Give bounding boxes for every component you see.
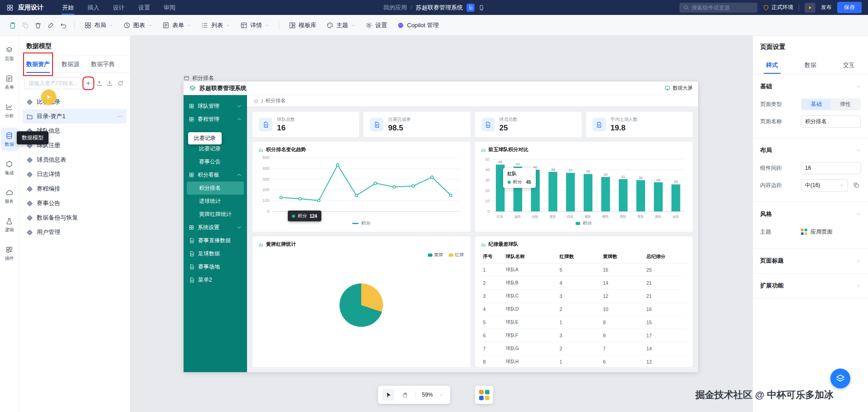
topbar-menu-item[interactable]: 设置	[131, 0, 157, 15]
section-page-title-header[interactable]: 页面标题	[760, 254, 861, 268]
asset-tree-item[interactable]: 赛程编排	[23, 182, 126, 196]
preview-menu-item[interactable]: 进球统计	[184, 195, 247, 208]
table-card[interactable]: 纪律最差球队 序号球队名称红牌数黄牌数总纪律分 1球队A515252球队B414…	[475, 236, 693, 367]
section-style-header[interactable]: 风格	[760, 207, 861, 221]
asset-tree-item[interactable]: 数据备份与恢复	[23, 211, 126, 225]
stat-card[interactable]: 注册完成率98.5	[364, 112, 470, 137]
pie-chart-card[interactable]: 黄牌红牌统计 黄牌红牌	[252, 236, 470, 367]
theme-select[interactable]: 应用页面	[801, 228, 861, 236]
preview-menu-item[interactable]: 赛事公告	[184, 155, 247, 168]
bar-chart-legend[interactable]: 积分	[480, 220, 688, 227]
import-asset-icon[interactable]	[106, 78, 114, 88]
preview-menu-item[interactable]: 赛事直播数据	[184, 234, 247, 247]
asset-tree-item[interactable]: 比赛记录	[23, 95, 126, 109]
publish-button[interactable]: 发布	[821, 4, 832, 11]
apps-menu-icon[interactable]	[6, 4, 14, 11]
toolbar-theme-button[interactable]: 主题	[321, 19, 360, 32]
undo-button[interactable]	[57, 19, 70, 32]
stat-card[interactable]: 球员总数25	[475, 112, 582, 137]
zoom-level-select[interactable]: 59%	[420, 392, 446, 398]
rail-item-data[interactable]: 数据	[1, 128, 18, 151]
preview-menu-group[interactable]: 系统设置	[184, 221, 247, 234]
padding-advanced-icon[interactable]	[852, 181, 861, 190]
preview-menu-group[interactable]: 球队管理	[184, 100, 247, 113]
asset-tree-item[interactable]: 球员信息表	[23, 153, 126, 167]
widget-grid-button[interactable]	[475, 386, 493, 404]
topbar-menu-item[interactable]: 审阅	[157, 0, 182, 15]
design-canvas[interactable]: 积分排名 苏超联赛管理系统 数据大屏 比赛记录 球队管理赛程管理比赛记录赛事公告…	[131, 36, 752, 412]
rail-item-plugin[interactable]: 插件	[1, 242, 18, 265]
toolbar-copilot-button[interactable]: Copilot 管理	[392, 19, 444, 32]
settings-tab[interactable]: 数据	[791, 57, 830, 74]
preview-menu-item[interactable]: 足球数据	[184, 247, 247, 260]
rail-item-logic[interactable]: 逻辑	[1, 213, 18, 237]
select-tool-button[interactable]	[383, 389, 394, 401]
rail-item-service[interactable]: 服务	[1, 185, 18, 208]
environment-switch[interactable]: 正式环境	[763, 4, 793, 11]
rail-item-pages[interactable]: 页面	[1, 42, 18, 66]
add-asset-button[interactable]	[84, 78, 92, 88]
page-name-input[interactable]	[801, 115, 861, 128]
component-search-input[interactable]	[692, 5, 754, 11]
toolbar-detail-button[interactable]: 详情	[235, 19, 274, 32]
pie-chart-legend[interactable]: 黄牌红牌	[428, 252, 464, 258]
workspace-link[interactable]: 我的应用	[383, 4, 407, 12]
export-asset-icon[interactable]	[95, 78, 103, 88]
settings-tab[interactable]: 交互	[829, 57, 868, 74]
topbar-menu-item[interactable]: 开始	[55, 0, 81, 15]
asset-tree-item[interactable]: 日志详情	[23, 167, 126, 182]
line-chart-card[interactable]: 积分排名变化趋势 0100200300400500 积分 积分 124	[252, 142, 470, 232]
page-window-label[interactable]: 积分排名	[184, 74, 214, 82]
data-screen-button[interactable]: 数据大屏	[664, 85, 693, 91]
stat-card[interactable]: 球队总数16	[252, 112, 359, 137]
toolbar-list-button[interactable]: 列表	[196, 19, 235, 32]
refresh-assets-icon[interactable]	[116, 78, 125, 88]
preview-menu-group[interactable]: 赛程管理	[184, 113, 247, 126]
content-padding-select[interactable]: 中(16)	[801, 179, 848, 192]
delete-button[interactable]	[32, 19, 44, 32]
preview-sidebar[interactable]: 比赛记录 球队管理赛程管理比赛记录赛事公告积分看板积分排名进球统计黄牌红牌统计系…	[184, 95, 247, 372]
toolbar-template-button[interactable]: 模板库	[284, 19, 321, 32]
section-extensions-header[interactable]: 扩展功能	[760, 279, 861, 292]
copy-button[interactable]	[19, 19, 32, 32]
toolbar-form-button[interactable]: 表单	[157, 19, 196, 32]
data-panel-tab[interactable]: 数据源	[62, 56, 79, 73]
topbar-menu-item[interactable]: 插入	[81, 0, 106, 15]
settings-tab[interactable]: 样式	[753, 57, 791, 74]
bar-chart-card[interactable]: 前五球队积分对比 0102030405045红队43蓝队40绿队38黄队37白队…	[475, 142, 693, 232]
preview-menu-item[interactable]: 黄牌红牌统计	[184, 208, 247, 221]
dragging-menu-item[interactable]: 比赛记录	[188, 132, 222, 144]
page-type-option-basic[interactable]: 基础	[802, 99, 831, 110]
preview-menu-item[interactable]: 菜单2	[184, 273, 247, 287]
toolbar-layout-button[interactable]: 布局	[79, 19, 118, 32]
mobile-preview-icon[interactable]	[478, 5, 485, 11]
page-type-option-flex[interactable]: 弹性	[831, 99, 860, 110]
app-doc-badge[interactable]	[466, 4, 475, 12]
section-basic-header[interactable]: 基础	[760, 80, 861, 93]
toolbar-chart-button[interactable]: 图表	[118, 19, 157, 32]
asset-tree-item[interactable]: 赛事公告	[23, 196, 126, 211]
preview-menu-group[interactable]: 积分看板	[184, 168, 247, 182]
asset-tree-item[interactable]: 目录-资产1	[23, 109, 126, 124]
preview-menu-item[interactable]: 赛事场地	[184, 260, 247, 273]
paste-button[interactable]	[6, 19, 19, 32]
section-layout-header[interactable]: 布局	[760, 144, 861, 157]
preview-menu-item[interactable]: 积分排名	[187, 182, 244, 195]
pan-tool-button[interactable]	[399, 389, 411, 401]
component-gap-input[interactable]	[801, 162, 861, 174]
data-panel-tab[interactable]: 数据资产	[26, 56, 50, 73]
topbar-menu-item[interactable]: 设计	[106, 0, 131, 15]
page-preview-window[interactable]: 苏超联赛管理系统 数据大屏 比赛记录 球队管理赛程管理比赛记录赛事公告积分看板积…	[184, 81, 698, 372]
rail-item-integration[interactable]: 集成	[1, 156, 18, 180]
component-search[interactable]	[679, 3, 757, 13]
preview-run-button[interactable]	[805, 3, 815, 13]
format-brush-button[interactable]	[44, 19, 57, 32]
rail-item-analysis[interactable]: 分析	[1, 99, 18, 123]
data-panel-tab[interactable]: 数据字典	[91, 56, 115, 73]
rail-item-form[interactable]: 表单	[1, 71, 18, 94]
asset-search-input[interactable]	[24, 77, 82, 89]
toolbar-settings-button[interactable]: 设置	[360, 19, 392, 32]
save-button[interactable]: 保存	[837, 2, 862, 13]
asset-tree-item[interactable]: 用户管理	[23, 225, 126, 240]
stat-card[interactable]: 平均上场人数19.8	[586, 112, 693, 137]
